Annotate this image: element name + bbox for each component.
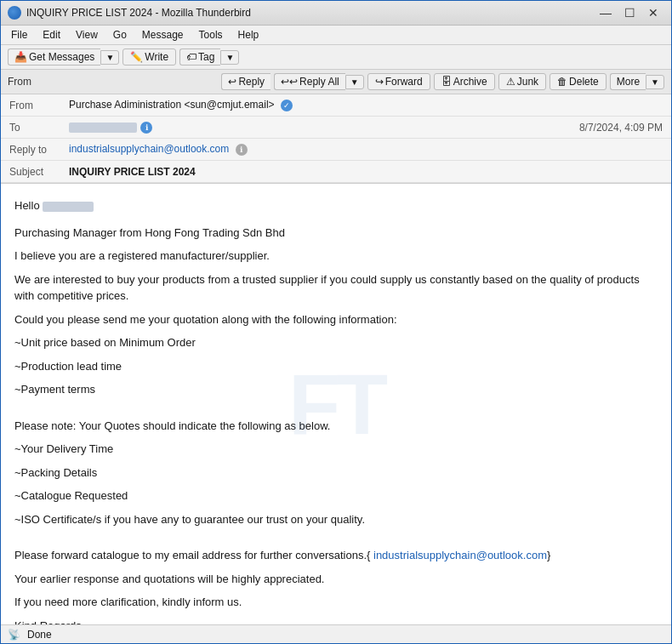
email-paragraph-14: Your earlier response and quotations wil… <box>14 571 658 588</box>
main-window: INQUIRY PRICE LIST 2024 - Mozilla Thunde… <box>0 0 672 644</box>
email-paragraph-6: ~Production lead time <box>14 358 658 375</box>
from-row: From Purchase Adiministration <sun@cmjut… <box>1 94 671 117</box>
archive-button[interactable]: 🗄 Archive <box>434 73 495 90</box>
reply-to-value: industrialsupplychain@outlook.com ℹ <box>69 143 663 156</box>
archive-icon: 🗄 <box>441 76 452 88</box>
reply-all-group: ↩↩ Reply All ▼ <box>274 73 364 90</box>
status-bar: 📡 Done <box>1 624 671 643</box>
tag-button[interactable]: 🏷 Tag <box>179 48 220 66</box>
email-body: FT Hello Purchasing Manager from Hong Fo… <box>1 184 671 624</box>
reply-all-button[interactable]: ↩↩ Reply All <box>274 73 345 90</box>
main-toolbar: 📥 Get Messages ▼ ✏️ Write 🏷 Tag ▼ <box>1 45 671 70</box>
email-paragraph-8: Please note: Your Quotes should indicate… <box>14 418 658 435</box>
email-date: 8/7/2024, 4:09 PM <box>579 122 663 134</box>
write-icon: ✏️ <box>130 51 143 63</box>
action-toolbar: From ↩ Reply ↩↩ Reply All ▼ ↪ Forward <box>1 70 671 94</box>
email-paragraph-3: We are interested to buy your products f… <box>14 271 658 305</box>
get-messages-group: 📥 Get Messages ▼ <box>8 48 119 66</box>
forward-icon: ↪ <box>375 76 384 88</box>
delete-icon: 🗑 <box>557 76 567 88</box>
get-messages-label: Get Messages <box>29 51 94 63</box>
email-paragraph-9: ~Your Delivery Time <box>14 441 658 458</box>
more-button[interactable]: More <box>610 73 646 90</box>
email-paragraph-16: Kind Regards <box>14 618 658 625</box>
get-messages-button[interactable]: 📥 Get Messages <box>8 48 100 66</box>
reply-to-info-icon: ℹ <box>236 144 248 156</box>
menu-message[interactable]: Message <box>135 27 191 43</box>
reply-all-icon: ↩↩ <box>281 76 298 88</box>
tag-group: 🏷 Tag ▼ <box>179 48 239 66</box>
email-header: From ↩ Reply ↩↩ Reply All ▼ ↪ Forward <box>1 70 671 184</box>
menu-help[interactable]: Help <box>231 27 266 43</box>
get-messages-icon: 📥 <box>14 51 27 63</box>
delete-button[interactable]: 🗑 Delete <box>550 73 607 90</box>
reply-group: ↩ Reply <box>221 73 271 90</box>
more-group: More ▼ <box>610 73 664 90</box>
title-bar-left: INQUIRY PRICE LIST 2024 - Mozilla Thunde… <box>8 6 251 20</box>
tag-dropdown[interactable]: ▼ <box>220 50 239 65</box>
subject-row: Subject INQUIRY PRICE LIST 2024 <box>1 161 671 183</box>
subject-field-label: Subject <box>9 166 69 178</box>
reply-all-dropdown[interactable]: ▼ <box>345 75 364 89</box>
minimize-button[interactable]: — <box>595 4 617 21</box>
menu-file[interactable]: File <box>4 27 34 43</box>
reply-to-field-label: Reply to <box>9 144 69 156</box>
email-paragraph-11: ~Catalogue Requested <box>14 487 658 504</box>
email-paragraph-5: ~Unit price based on Minimum Order <box>14 334 658 351</box>
forward-button[interactable]: ↪ Forward <box>367 73 430 90</box>
recipient-name-blurred <box>43 202 94 212</box>
to-row: To ℹ 8/7/2024, 4:09 PM <box>1 117 671 139</box>
from-label: From <box>8 76 37 88</box>
email-paragraph-7: ~Payment terms <box>14 381 658 398</box>
sender-name: Purchase Adiministration <sun@cmjut.emai… <box>69 99 275 111</box>
email-paragraph-15: If you need more clarification, kindly i… <box>14 594 658 611</box>
status-text: Done <box>27 629 52 641</box>
thunderbird-icon <box>8 6 21 20</box>
email-paragraph-12: ~ISO Certificate/s if you have any to gu… <box>14 511 658 528</box>
junk-button[interactable]: ⚠ Junk <box>498 73 546 90</box>
email-paragraph-4: Could you please send me your quotation … <box>14 311 658 328</box>
menu-go[interactable]: Go <box>106 27 134 43</box>
body-email-link[interactable]: industrialsupplychain@outlook.com <box>373 549 547 561</box>
to-verified-icon: ℹ <box>140 122 152 134</box>
menu-tools[interactable]: Tools <box>192 27 230 43</box>
email-paragraph-1: Purchasing Manager from Hong Fong Tradin… <box>14 225 658 242</box>
get-messages-dropdown[interactable]: ▼ <box>100 50 119 65</box>
status-icon: 📡 <box>8 629 20 641</box>
from-value: Purchase Adiministration <sun@cmjut.emai… <box>69 99 663 111</box>
more-dropdown[interactable]: ▼ <box>646 75 664 89</box>
menu-bar: File Edit View Go Message Tools Help <box>1 26 671 45</box>
email-paragraph-2: I believe you are a registered manufactu… <box>14 248 658 265</box>
reply-icon: ↩ <box>228 76 236 88</box>
verified-icon: ✓ <box>281 100 293 111</box>
window-title: INQUIRY PRICE LIST 2024 - Mozilla Thunde… <box>26 7 251 19</box>
to-value-blurred <box>69 123 137 133</box>
email-paragraph-10: ~Packing Details <box>14 464 658 482</box>
to-field-label: To <box>9 122 69 134</box>
tag-icon: 🏷 <box>186 51 196 63</box>
title-bar: INQUIRY PRICE LIST 2024 - Mozilla Thunde… <box>1 1 671 26</box>
reply-to-email-link[interactable]: industrialsupplychain@outlook.com <box>69 143 229 155</box>
menu-edit[interactable]: Edit <box>36 27 67 43</box>
close-button[interactable]: ✕ <box>642 4 664 21</box>
email-greeting: Hello <box>14 197 658 214</box>
subject-value: INQUIRY PRICE LIST 2024 <box>69 166 663 178</box>
reply-to-row: Reply to industrialsupplychain@outlook.c… <box>1 139 671 161</box>
junk-icon: ⚠ <box>506 76 515 88</box>
menu-view[interactable]: View <box>69 27 105 43</box>
write-button[interactable]: ✏️ Write <box>122 48 176 66</box>
reply-button[interactable]: ↩ Reply <box>221 73 271 90</box>
maximize-button[interactable]: ☐ <box>618 4 641 21</box>
window-controls: — ☐ ✕ <box>595 4 664 21</box>
email-paragraph-13: Please forward catalogue to my email add… <box>14 547 658 564</box>
from-field-label: From <box>9 100 69 111</box>
